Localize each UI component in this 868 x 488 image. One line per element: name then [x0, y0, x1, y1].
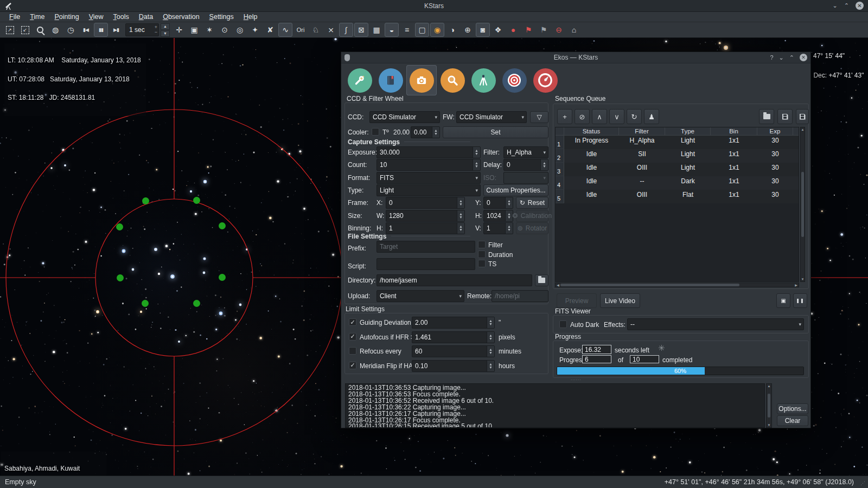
tab-guide[interactable] [499, 65, 529, 95]
menu-time[interactable]: Time [25, 12, 49, 22]
binning-h-input[interactable]: 1▲▼ [386, 222, 465, 234]
time-step-input[interactable]: 1 sec +− [125, 23, 159, 36]
options-button[interactable]: Options... [777, 403, 808, 414]
splitter-handle[interactable]: ∙∙∙∙∙∙ [341, 377, 810, 382]
prefix-input[interactable]: Target [376, 241, 475, 253]
lock-position-icon[interactable]: ◙ [476, 23, 490, 37]
frame-y-input[interactable]: 0▲▼ [483, 197, 513, 209]
pointing-focus-icon[interactable]: ✛ [172, 23, 186, 37]
tab-mount[interactable] [468, 65, 499, 95]
constellation-art-icon[interactable]: ♘ [309, 23, 323, 37]
suffix-duration-checkbox[interactable] [478, 251, 486, 258]
maximize-button[interactable]: ⌃ [844, 2, 849, 10]
flag-red-icon[interactable]: ⚑ [521, 23, 535, 37]
suffix-filter-checkbox[interactable] [478, 241, 486, 248]
frame-x-input[interactable]: 0▲▼ [386, 197, 465, 209]
sky-map[interactable]: LT: 10:28:08 AM Saturday, January 13, 20… [0, 38, 868, 476]
menu-data[interactable]: Data [134, 12, 158, 22]
equatorial-grid-icon[interactable]: ⊠ [354, 23, 368, 37]
limit-3-input[interactable]: 0.10▲▼ [412, 360, 495, 372]
set-time-icon[interactable]: ◷ [63, 23, 78, 37]
sequence-table-hscrollbar[interactable]: ◀▶ [555, 282, 799, 287]
clear-button[interactable]: Clear [777, 415, 808, 426]
time-step-forward-icon[interactable]: ▶▮ [109, 23, 123, 37]
limit-0-checkbox[interactable]: ✓ [349, 318, 356, 326]
live-video-button[interactable]: Live Video [600, 293, 640, 308]
click-object-icon[interactable]: ▢ [415, 23, 429, 37]
resize-grip[interactable]: ⋰ [860, 480, 866, 486]
menu-view[interactable]: View [84, 12, 108, 22]
cooler-checkbox[interactable] [372, 128, 379, 136]
custom-properties-button[interactable]: Custom Properties... [483, 184, 548, 196]
reset-frame-button[interactable]: ↻Reset [516, 197, 548, 209]
size-h-input[interactable]: 1024▲▼ [483, 210, 513, 222]
ekos-close-button[interactable]: ✕ [800, 54, 807, 61]
close-button[interactable]: ✕ [856, 2, 864, 10]
record-icon[interactable]: ● [506, 23, 520, 37]
sequence-row-5[interactable]: 5IdleOIIIFlat1x130 [556, 190, 799, 203]
satellites-off-icon[interactable]: ✘ [263, 23, 277, 37]
show-stars-icon[interactable]: ✶ [202, 23, 216, 37]
ccd-select[interactable]: CCD Simulator▾ [369, 111, 440, 123]
limit-0-input[interactable]: 2.00▲▼ [412, 317, 495, 329]
supernovae-icon[interactable]: ◎ [233, 23, 247, 37]
geolocation-icon[interactable]: ◍ [48, 23, 62, 37]
menu-help[interactable]: Help [239, 12, 263, 22]
remove-job-button[interactable]: ⊘ [575, 109, 590, 124]
exposure-input[interactable]: 30.000▲▼ [376, 146, 481, 158]
open-sequence-button[interactable] [759, 109, 774, 124]
fw-select[interactable]: CCD Simulator▾ [456, 111, 527, 123]
flag-gray-icon[interactable]: ⚑ [537, 23, 551, 37]
add-job-button[interactable]: + [557, 109, 572, 124]
dome-icon[interactable]: ⌂ [567, 23, 581, 37]
moon-phase-icon[interactable]: ◑ [445, 23, 459, 37]
tab-capture[interactable] [406, 65, 437, 95]
size-w-input[interactable]: 1280▲▼ [386, 210, 465, 222]
sky-image-icon[interactable]: ▣ [187, 23, 201, 37]
log-scrollbar[interactable]: ▲▼ [766, 383, 772, 428]
sequence-row-4[interactable]: 4Idle--Dark1x130 [556, 176, 799, 190]
sequence-row-2[interactable]: 2IdleSIILight1x130 [556, 149, 799, 163]
time-step-spin[interactable]: +− [155, 25, 157, 35]
observer-button[interactable]: ♟ [644, 109, 659, 124]
menu-file[interactable]: File [4, 12, 25, 22]
limit-2-checkbox[interactable] [349, 347, 356, 355]
snap-icon[interactable]: ❖ [491, 23, 505, 37]
sky-wizard-icon[interactable]: ◉ [430, 23, 444, 37]
ekos-help-button[interactable]: ? [770, 54, 773, 61]
save-sequence-button[interactable] [777, 109, 793, 124]
type-select[interactable]: Light▾ [376, 184, 481, 196]
filter-manager-button[interactable]: ▽ [530, 111, 548, 123]
time-unit-up-button[interactable]: ▲ [161, 23, 170, 30]
effects-select[interactable]: --▾ [627, 318, 804, 330]
tab-focus[interactable] [437, 65, 468, 95]
menu-observation[interactable]: Observation [158, 12, 204, 22]
minimize-button[interactable]: ⌄ [833, 2, 838, 10]
tab-scheduler[interactable] [375, 65, 406, 95]
constellation-lines-icon[interactable]: ∿ [278, 23, 292, 37]
script-input[interactable] [376, 258, 475, 270]
upload-select[interactable]: Client▾ [376, 290, 464, 302]
log-view[interactable]: 2018-01-13T10:36:53 Capturing image...20… [345, 383, 765, 428]
tab-align[interactable] [530, 65, 560, 95]
time-unit-down-button[interactable]: ▼ [161, 30, 170, 37]
constellation-art-off-icon[interactable]: ⨯ [324, 23, 338, 37]
set-temperature-button[interactable]: Set [443, 126, 548, 138]
menu-settings[interactable]: Settings [205, 12, 239, 22]
ekos-minimize-button[interactable]: ⌄ [779, 54, 784, 61]
menu-pointing[interactable]: Pointing [49, 12, 84, 22]
time-pause-icon[interactable]: ▮▮ [94, 23, 108, 37]
suffix-ts-checkbox[interactable] [478, 260, 486, 267]
milky-way-icon[interactable]: ∫ [339, 23, 353, 37]
whats-interesting-icon[interactable]: ≡ [400, 23, 414, 37]
menu-tools[interactable]: Tools [108, 12, 134, 22]
limit-2-input[interactable]: 60▲▼ [412, 345, 495, 357]
directory-input[interactable]: /home/jasem [376, 274, 532, 286]
find-object-icon[interactable] [33, 23, 47, 37]
save-sequence-as-button[interactable] [796, 109, 809, 124]
ekos-maximize-button[interactable]: ⌃ [789, 54, 794, 61]
browse-directory-button[interactable] [535, 274, 548, 286]
format-select[interactable]: FITS▾ [376, 172, 481, 184]
temperature-setpoint[interactable]: 0.00▲▼ [411, 126, 440, 138]
count-input[interactable]: 10▲▼ [376, 159, 481, 171]
